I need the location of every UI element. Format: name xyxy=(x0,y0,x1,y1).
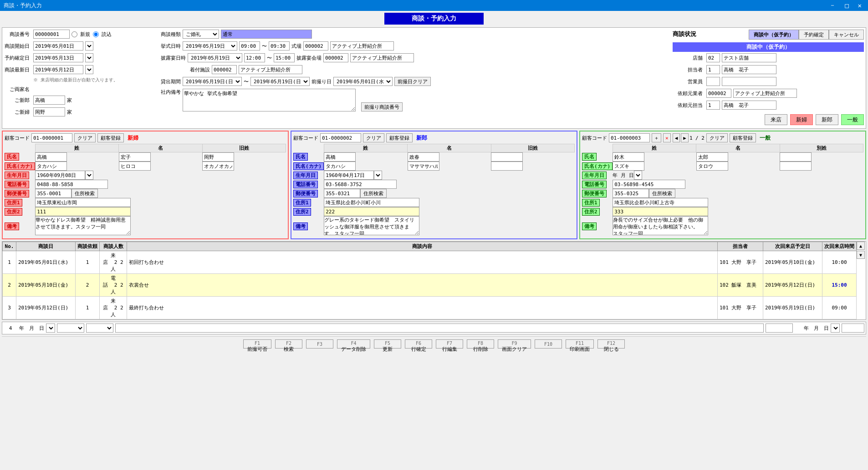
fn-btn-f9[interactable]: F9画面クリア xyxy=(498,339,531,349)
groom-customer-code-input[interactable] xyxy=(320,133,361,142)
store-code-input[interactable] xyxy=(706,53,720,62)
party-place-name[interactable] xyxy=(350,53,414,62)
photo-shidan-btn[interactable]: 前撮り商談番号 xyxy=(361,102,403,111)
groom-phone-input[interactable] xyxy=(324,180,397,189)
party-place-code[interactable] xyxy=(323,53,348,62)
general-birth-select[interactable]: ▼ xyxy=(634,171,642,180)
type2-input[interactable] xyxy=(221,30,312,39)
fn-btn-f7[interactable]: F7行編集 xyxy=(436,339,463,349)
bride-birth-select[interactable]: ▼ xyxy=(85,171,93,180)
new-row-type2-select[interactable] xyxy=(86,323,113,333)
general-next-btn[interactable]: ▶ xyxy=(681,133,689,142)
fn-btn-f1[interactable]: F1前撮可否 xyxy=(243,339,271,349)
bride-old-kana[interactable] xyxy=(202,162,234,171)
dep-staff-code-input[interactable] xyxy=(706,101,720,110)
general-zip-search-btn[interactable]: 住所検索 xyxy=(649,189,675,198)
bride-clear-btn[interactable]: クリア xyxy=(74,133,96,142)
table-row[interactable]: 1 2019年05月01日(水) 1 来店 2 2人 初回打ち合わせ 101 大… xyxy=(3,251,857,274)
rental-start-select[interactable]: 2019年05月19日(日) xyxy=(183,77,242,86)
groom-zip-search-btn[interactable]: 住所検索 xyxy=(360,189,387,198)
shidan-input[interactable] xyxy=(33,30,70,39)
groom-btn[interactable]: 新郎 xyxy=(816,114,838,125)
photo-date-select[interactable]: 2019年05月01日(水) xyxy=(333,77,393,86)
start-date-input[interactable] xyxy=(33,41,83,51)
fn-btn-f8[interactable]: F8行削除 xyxy=(467,339,494,349)
close-button[interactable]: ✕ xyxy=(855,1,864,10)
visit-btn[interactable]: 来店 xyxy=(765,114,787,125)
bride-register-btn[interactable]: 顧客登録 xyxy=(97,133,124,142)
groom-zip-input[interactable] xyxy=(324,189,360,198)
bride-first-kana[interactable] xyxy=(119,162,151,171)
groom-family-input[interactable] xyxy=(33,96,65,105)
new-radio[interactable] xyxy=(71,31,77,37)
photo-clear-btn[interactable]: 前撮日クリア xyxy=(394,77,431,86)
scroll-up-btn[interactable]: ▲ xyxy=(857,242,865,250)
groom-old-name[interactable] xyxy=(491,152,523,162)
groom-addr1-input[interactable] xyxy=(324,198,419,207)
minimize-button[interactable]: － xyxy=(827,1,838,10)
ceremony-time-end[interactable] xyxy=(269,41,290,51)
groom-register-btn[interactable]: 顧客登録 xyxy=(386,133,413,142)
groom-addr2-input[interactable] xyxy=(324,207,419,216)
groom-first-kana[interactable] xyxy=(408,162,439,171)
dep-name-input[interactable] xyxy=(733,89,797,98)
bride-last-name[interactable] xyxy=(35,152,67,162)
general-last-name[interactable] xyxy=(613,152,644,162)
fn-btn-f6[interactable]: F6行確定 xyxy=(405,339,432,349)
general-first-kana[interactable] xyxy=(696,162,728,171)
general-addr1-input[interactable] xyxy=(613,198,708,207)
fn-btn-f3[interactable]: F3 xyxy=(306,339,333,349)
type-select[interactable]: ご婚礼 xyxy=(183,30,219,39)
general-old-kana[interactable] xyxy=(780,162,812,171)
groom-birth-input[interactable] xyxy=(324,171,374,180)
read-radio[interactable] xyxy=(93,31,99,37)
sales-code-input[interactable] xyxy=(706,77,720,86)
general-del-btn[interactable]: ✕ xyxy=(663,133,671,142)
bride-birth-input[interactable] xyxy=(35,171,85,180)
party-date-select[interactable]: 2019年05月19日 xyxy=(188,53,242,62)
dep-code-input[interactable] xyxy=(706,89,731,98)
ceremony-place-code[interactable] xyxy=(303,41,328,51)
dep-staff-name-input[interactable] xyxy=(722,101,776,110)
new-row-staff-input[interactable] xyxy=(766,323,793,333)
new-row-next-date-select[interactable]: ▼ xyxy=(831,323,840,333)
fn-btn-f12[interactable]: F12閉じる xyxy=(597,339,625,349)
groom-birth-select[interactable]: ▼ xyxy=(374,171,382,180)
table-row[interactable]: 3 2019年05月12日(日) 1 来店 2 2人 最終打ち合わせ 101 大… xyxy=(3,297,857,319)
general-register-btn[interactable]: 顧客登録 xyxy=(730,133,756,142)
bride-memo-textarea[interactable] xyxy=(35,216,131,235)
groom-last-name[interactable] xyxy=(324,152,356,162)
general-phone-input[interactable] xyxy=(613,180,685,189)
bride-addr2-input[interactable] xyxy=(35,207,131,216)
bride-btn[interactable]: 新婦 xyxy=(790,114,813,125)
general-btn[interactable]: 一般 xyxy=(841,114,864,125)
fn-btn-f2[interactable]: F2検索 xyxy=(275,339,302,349)
bride-customer-code-input[interactable] xyxy=(31,133,72,142)
general-memo-textarea[interactable] xyxy=(613,216,708,235)
groom-first-name[interactable] xyxy=(408,152,439,162)
party-time-start[interactable] xyxy=(244,53,265,62)
confirm-date-select[interactable]: ▼ xyxy=(85,53,93,62)
general-customer-code-input[interactable] xyxy=(609,133,650,142)
staff-code-input[interactable] xyxy=(706,65,720,74)
last-date-select[interactable]: ▼ xyxy=(85,65,93,74)
new-row-next-time-input[interactable] xyxy=(842,323,864,333)
fn-btn-f10[interactable]: F10 xyxy=(535,339,562,349)
general-last-kana[interactable] xyxy=(613,162,644,171)
general-zip-input[interactable] xyxy=(613,189,649,198)
bride-old-name[interactable] xyxy=(202,152,234,162)
bride-zip-input[interactable] xyxy=(35,189,71,198)
scroll-down-btn[interactable]: ▼ xyxy=(857,251,865,259)
confirm-date-input[interactable] xyxy=(33,53,83,62)
general-prev-btn[interactable]: ◀ xyxy=(673,133,680,142)
groom-old-kana[interactable] xyxy=(491,162,523,171)
bride-zip-search-btn[interactable]: 住所検索 xyxy=(71,189,98,198)
fn-btn-f5[interactable]: F5更新 xyxy=(374,339,401,349)
status-btn-1[interactable]: 商談中（仮予約） xyxy=(749,30,799,40)
fn-btn-f11[interactable]: F11印刷画面 xyxy=(566,339,594,349)
bride-phone-input[interactable] xyxy=(35,180,108,189)
ceremony-place-name[interactable] xyxy=(330,41,394,51)
general-old-name[interactable] xyxy=(780,152,812,162)
general-first-name[interactable] xyxy=(696,152,728,162)
ceremony-date-select[interactable]: 2019年05月19日 xyxy=(183,41,237,51)
